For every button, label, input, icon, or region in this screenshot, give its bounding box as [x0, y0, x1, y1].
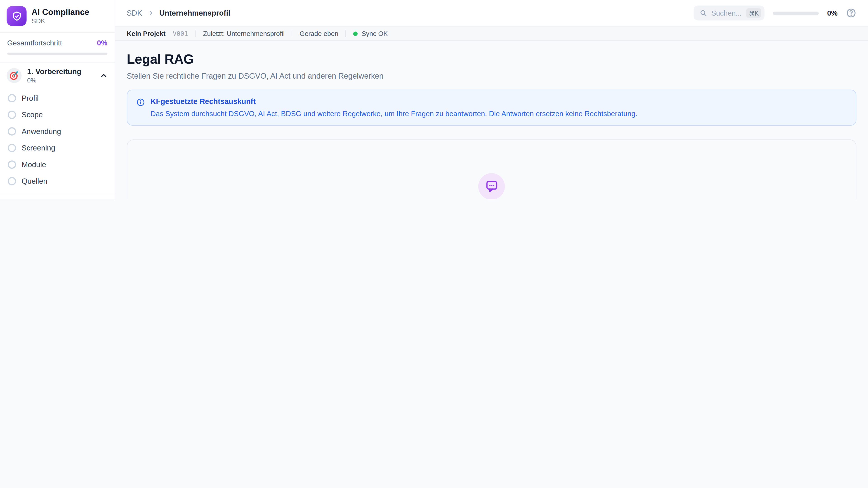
chevron-right-icon	[147, 9, 154, 17]
section-header-analyse[interactable]: 2. Analyse 0%	[0, 194, 115, 199]
breadcrumb-root[interactable]: SDK	[127, 9, 142, 17]
global-search[interactable]: Suchen... ⌘K	[693, 5, 765, 20]
chat-bubble-badge	[478, 173, 505, 199]
divider	[195, 30, 196, 37]
chat-bubble-icon	[485, 180, 498, 193]
info-banner: KI-gestuetzte Rechtsauskunft Das System …	[127, 90, 857, 126]
page-title: Legal RAG	[127, 52, 857, 67]
overall-progress-value: 0%	[97, 39, 107, 47]
page-content: Legal RAG Stellen Sie rechtliche Fragen …	[115, 41, 868, 199]
sidebar: AI Compliance SDK Gesamtfortschritt 0% 1…	[0, 0, 115, 199]
help-icon[interactable]	[846, 8, 857, 18]
topbar: SDK Unternehmensprofil Suchen... ⌘K 0%	[115, 0, 868, 26]
step-label: Profil	[22, 94, 39, 102]
header-progress-bar	[773, 11, 819, 15]
last-saved-label: Zuletzt:	[203, 30, 225, 37]
sync-status: Sync OK	[353, 30, 388, 37]
sidebar-item-scope[interactable]: Scope	[0, 106, 115, 123]
step-radio	[8, 127, 16, 135]
keyboard-shortcut-badge: ⌘K	[746, 8, 761, 18]
app-window: AI Compliance SDK Gesamtfortschritt 0% 1…	[0, 0, 868, 199]
step-radio	[8, 94, 16, 102]
sync-ok-dot	[353, 31, 358, 36]
topbar-right: Suchen... ⌘K 0%	[693, 5, 856, 20]
step-radio	[8, 177, 16, 185]
chevron-up-icon	[100, 71, 108, 80]
divider	[292, 30, 292, 37]
step-radio	[8, 110, 16, 119]
section-percent: 0%	[27, 77, 94, 84]
step-label: Quellen	[22, 177, 48, 185]
sidebar-item-module[interactable]: Module	[0, 156, 115, 173]
step-radio	[8, 160, 16, 168]
app-title: AI Compliance	[32, 7, 89, 17]
sidebar-item-screening[interactable]: Screening	[0, 139, 115, 156]
sidebar-item-quellen[interactable]: Quellen	[0, 173, 115, 189]
overall-progress-label: Gesamtfortschritt	[7, 39, 62, 47]
sidebar-nav: 1. Vorbereitung 0% Profil Scope	[0, 63, 115, 199]
divider	[346, 30, 346, 37]
main-area: SDK Unternehmensprofil Suchen... ⌘K 0%	[115, 0, 868, 199]
status-bar: Kein Projekt V001 Zuletzt: Unternehmensp…	[115, 26, 868, 41]
section-header-vorbereitung[interactable]: 1. Vorbereitung 0%	[0, 63, 115, 89]
step-label: Screening	[22, 144, 55, 152]
target-emoji-icon	[6, 68, 22, 83]
section-steps: Profil Scope Anwendung Screening Module	[0, 89, 115, 194]
search-icon	[700, 9, 707, 17]
app-logo-row: AI Compliance SDK	[0, 0, 115, 33]
overall-progress-bar	[7, 53, 107, 55]
breadcrumb: SDK Unternehmensprofil	[127, 9, 230, 17]
section-label: 1. Vorbereitung	[27, 68, 94, 76]
sidebar-item-profil[interactable]: Profil	[0, 90, 115, 106]
sync-status-label: Sync OK	[362, 30, 388, 37]
app-subtitle: SDK	[32, 17, 89, 25]
app-identity: AI Compliance SDK	[32, 7, 89, 25]
header-progress-value: 0%	[827, 9, 837, 17]
info-icon	[136, 98, 145, 118]
last-saved: Zuletzt: Unternehmensprofil	[203, 30, 285, 37]
last-saved-value: Unternehmensprofil	[227, 30, 285, 37]
step-label: Module	[22, 160, 46, 168]
project-name: Kein Projekt	[127, 30, 166, 37]
info-text: KI-gestuetzte Rechtsauskunft Das System …	[151, 97, 638, 118]
page-subtitle: Stellen Sie rechtliche Fragen zu DSGVO, …	[127, 71, 857, 80]
app-logo	[6, 6, 26, 26]
search-placeholder: Suchen...	[711, 9, 742, 17]
breadcrumb-current: Unternehmensprofil	[159, 9, 230, 17]
info-title: KI-gestuetzte Rechtsauskunft	[151, 97, 638, 106]
section-row: 2. Analyse 0%	[0, 194, 115, 199]
step-radio	[8, 144, 16, 152]
overall-progress: Gesamtfortschritt 0%	[0, 33, 115, 62]
updated-time: Gerade eben	[300, 30, 338, 37]
shield-check-icon	[11, 10, 22, 22]
step-label: Anwendung	[22, 127, 61, 135]
section-meta: 1. Vorbereitung 0%	[27, 68, 94, 84]
sidebar-item-anwendung[interactable]: Anwendung	[0, 123, 115, 139]
info-body: Das System durchsucht DSGVO, AI Act, BDS…	[151, 109, 638, 118]
step-label: Scope	[22, 110, 43, 119]
chat-panel: Stellen Sie eine Frage Fragen Sie zu DSG…	[127, 139, 857, 199]
version-badge: V001	[173, 30, 188, 37]
